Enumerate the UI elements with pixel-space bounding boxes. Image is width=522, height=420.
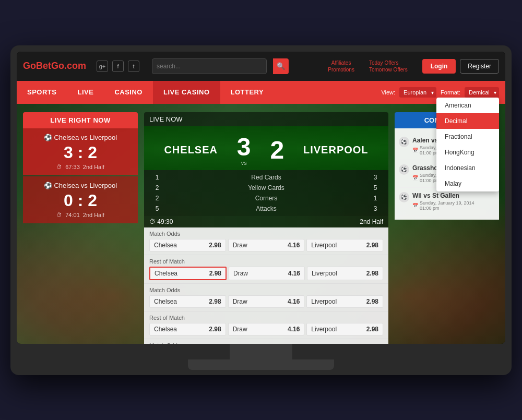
calendar-icon-1: 📅 — [412, 175, 418, 181]
match-1-time-value: 67:33 — [65, 164, 80, 170]
nav-casino[interactable]: CASINO — [104, 81, 153, 104]
match-2-teams: Chelsea vs Liverpool — [54, 182, 117, 189]
match-1-score: 3 : 2 — [28, 143, 133, 162]
score1: 3 — [237, 135, 251, 160]
stat-co-left: 2 — [149, 195, 165, 202]
odds-row-3: Chelsea2.98 Draw4.16 Liverpool2.98 — [149, 323, 383, 335]
stat-rc-label: Red Cards — [165, 174, 367, 181]
match-1-title: ⚽ Chelsea vs Liverpool — [28, 134, 133, 141]
score2-display: 2 — [270, 138, 284, 163]
stand-neck — [230, 344, 292, 359]
odds-chelsea-2[interactable]: Chelsea2.98 — [149, 295, 226, 308]
twitter-icon[interactable]: t — [128, 61, 139, 72]
stat-row-attacks: 5 Attacks 3 — [149, 203, 383, 214]
odds-label-3: Rest of Match — [149, 315, 383, 321]
match-2-icon: ⚽ — [44, 182, 52, 189]
odds-chelsea-0[interactable]: Chelsea2.98 — [149, 239, 226, 251]
affiliates-promotions-link[interactable]: Affiliates Promotions — [328, 60, 354, 73]
odds-liverpool-2[interactable]: Liverpool2.98 — [306, 295, 383, 308]
stand-base — [188, 359, 334, 370]
center-panel: LIVE NOW CHELSEA 3 vs 2 LIVERPOOL — [144, 112, 388, 335]
match-1-teams: Chelsea vs Liverpool — [54, 134, 117, 141]
nav-lottery[interactable]: LOTTERY — [220, 81, 275, 104]
coming-match-2-time: 01:00 pm — [420, 206, 474, 211]
live-right-now-header: LIVE RIGHT NOW — [23, 112, 138, 128]
odds-chelsea-1-highlighted[interactable]: Chelsea2.98 — [149, 267, 227, 280]
match-2-period: 2nd Half — [83, 212, 104, 218]
auth-buttons: Login Register — [422, 59, 499, 74]
score-vs: vs — [241, 160, 247, 166]
stat-row-yellow-cards: 2 Yellow Cards 5 — [149, 183, 383, 193]
stat-yc-left: 2 — [149, 184, 165, 191]
match-2-title: ⚽ Chelsea vs Liverpool — [28, 182, 133, 189]
facebook-icon[interactable]: f — [112, 61, 124, 72]
format-option-indonesian[interactable]: Indonesian — [436, 160, 499, 176]
odds-group-4: Match Odds Chelsea2.98 Draw4.16 Liverpoo… — [144, 339, 388, 344]
odds-liverpool-1[interactable]: Liverpool2.98 — [307, 267, 383, 280]
odds-group-3: Rest of Match Chelsea2.98 Draw4.16 Liver… — [144, 311, 388, 339]
calendar-icon-2: 📅 — [412, 203, 418, 208]
odds-draw-0[interactable]: Draw4.16 — [228, 239, 305, 251]
social-icons: g+ f t — [97, 61, 139, 72]
view-select[interactable]: Europian — [399, 87, 436, 98]
register-button[interactable]: Register — [460, 59, 499, 74]
team2-name: LIVERPOOL — [303, 144, 369, 156]
odds-group-1: Rest of Match Chelsea2.98 Draw4.16 Liver… — [144, 255, 388, 284]
match-1-time: ⏱ 67:33 2nd Half — [28, 164, 133, 170]
coming-match-2-info: Wil vs St Gallen 📅 Sunday, January 19, 2… — [412, 192, 474, 211]
match-2-score: 0 : 2 — [28, 191, 133, 210]
format-option-hongkong[interactable]: HongKong — [436, 145, 499, 160]
odds-draw-3[interactable]: Draw4.16 — [228, 323, 305, 335]
format-option-american[interactable]: American — [436, 98, 499, 113]
login-button[interactable]: Login — [422, 59, 456, 74]
coming-match-2-icon: ⚽ — [399, 192, 409, 202]
nav-sports[interactable]: SPORTS — [17, 81, 67, 104]
nav-bar: SPORTS LIVE CASINO LIVE CASINO LOTTERY V… — [17, 81, 505, 104]
live-right-now-panel: LIVE RIGHT NOW ⚽ Chelsea vs Liverpool 3 … — [23, 112, 138, 335]
stat-row-corners: 2 Corners 1 — [149, 193, 383, 203]
coming-match-1-icon: ⚽ — [399, 164, 409, 175]
odds-liverpool-0[interactable]: Liverpool2.98 — [306, 239, 383, 251]
stat-row-red-cards: 1 Red Cards 3 — [149, 172, 383, 183]
nav-live[interactable]: LIVE — [67, 81, 104, 104]
search-button[interactable]: 🔍 — [273, 58, 289, 74]
odds-draw-2[interactable]: Draw4.16 — [228, 295, 305, 308]
logo-text: GoBetGo — [23, 61, 64, 71]
format-label: Format: — [441, 89, 460, 95]
coming-match-2-date: Sunday, January 19, 2014 — [420, 200, 474, 206]
format-option-decimal[interactable]: Decimal — [436, 113, 499, 129]
format-option-fractional[interactable]: Fractional — [436, 129, 499, 145]
score2: 2 — [270, 138, 284, 163]
stat-co-label: Corners — [165, 195, 367, 202]
format-select-wrapper: Demical — [465, 87, 499, 98]
match-1-icon: ⚽ — [44, 134, 52, 141]
affiliates-label: Affiliates — [331, 60, 351, 66]
offers-links[interactable]: Today Offers Tomorrow Offers — [369, 60, 408, 73]
live-match-card-1[interactable]: ⚽ Chelsea vs Liverpool 3 : 2 ⏱ 67:33 2nd… — [23, 128, 138, 175]
main-content: LIVE RIGHT NOW ⚽ Chelsea vs Liverpool 3 … — [17, 104, 505, 344]
format-select[interactable]: Demical — [465, 87, 499, 98]
match-scoreboard: CHELSEA 3 vs 2 LIVERPOOL — [144, 126, 388, 170]
match-2-time-value: 74:01 — [65, 212, 80, 218]
nav-live-casino[interactable]: LIVE CASINO — [153, 81, 220, 104]
odds-chelsea-3[interactable]: Chelsea2.98 — [149, 323, 226, 335]
stat-yc-right: 5 — [367, 184, 383, 191]
odds-row-2: Chelsea2.98 Draw4.16 Liverpool2.98 — [149, 295, 383, 308]
search-input[interactable] — [157, 63, 262, 70]
site-logo: GoBetGo.com — [23, 61, 86, 71]
odds-draw-1[interactable]: Draw4.16 — [229, 267, 305, 280]
match-stats-table: 1 Red Cards 3 2 Yellow Cards 5 2 — [144, 170, 388, 216]
stat-yc-label: Yellow Cards — [165, 184, 367, 191]
google-plus-icon[interactable]: g+ — [97, 61, 108, 72]
odds-row-0: Chelsea2.98 Draw4.16 Liverpool2.98 — [149, 239, 383, 251]
live-match-card-2[interactable]: ⚽ Chelsea vs Liverpool 0 : 2 ⏱ 74:01 2nd… — [23, 176, 138, 223]
odds-row-1: Chelsea2.98 Draw4.16 Liverpool2.98 — [149, 267, 383, 280]
monitor-stand — [17, 344, 505, 375]
odds-group-2: Match Odds Chelsea2.98 Draw4.16 Liverpoo… — [144, 284, 388, 311]
format-dropdown: American Decimal Fractional HongKong Ind… — [436, 98, 499, 191]
coming-match-2[interactable]: ⚽ Wil vs St Gallen 📅 Sunday, January 19,… — [399, 188, 495, 215]
format-option-malay[interactable]: Malay — [436, 176, 499, 191]
odds-liverpool-3[interactable]: Liverpool2.98 — [306, 323, 383, 335]
stat-co-right: 1 — [367, 195, 383, 202]
match-1-period: 2nd Half — [83, 164, 104, 170]
